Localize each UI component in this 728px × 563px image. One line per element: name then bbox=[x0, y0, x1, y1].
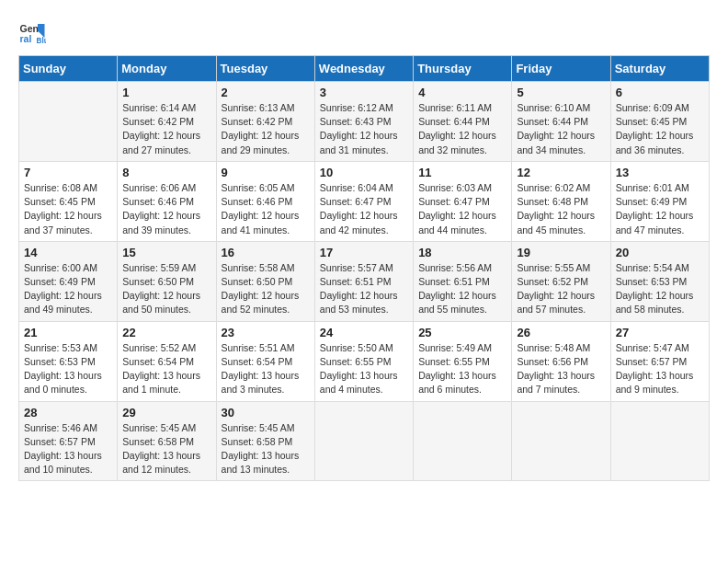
day-cell: 11Sunrise: 6:03 AMSunset: 6:47 PMDayligh… bbox=[414, 161, 512, 241]
day-number: 4 bbox=[418, 86, 506, 99]
day-cell: 6Sunrise: 6:09 AMSunset: 6:45 PMDaylight… bbox=[610, 82, 709, 162]
page-header: Gene ral Blue bbox=[18, 18, 710, 46]
day-info: Sunrise: 5:54 AMSunset: 6:53 PMDaylight:… bbox=[616, 261, 704, 317]
day-cell: 28Sunrise: 5:46 AMSunset: 6:57 PMDayligh… bbox=[19, 401, 118, 481]
day-info: Sunrise: 6:12 AMSunset: 6:43 PMDaylight:… bbox=[320, 101, 408, 157]
day-number: 28 bbox=[24, 406, 112, 419]
day-cell: 27Sunrise: 5:47 AMSunset: 6:57 PMDayligh… bbox=[610, 321, 709, 401]
header-day-friday: Friday bbox=[512, 56, 610, 82]
header-day-monday: Monday bbox=[118, 56, 216, 82]
day-number: 20 bbox=[616, 246, 704, 259]
day-number: 27 bbox=[616, 326, 704, 339]
day-cell: 10Sunrise: 6:04 AMSunset: 6:47 PMDayligh… bbox=[314, 161, 413, 241]
calendar-table: SundayMondayTuesdayWednesdayThursdayFrid… bbox=[18, 55, 710, 481]
week-row-3: 14Sunrise: 6:00 AMSunset: 6:49 PMDayligh… bbox=[19, 241, 710, 321]
day-cell: 5Sunrise: 6:10 AMSunset: 6:44 PMDaylight… bbox=[512, 82, 610, 162]
day-info: Sunrise: 6:01 AMSunset: 6:49 PMDaylight:… bbox=[616, 181, 704, 237]
day-cell: 1Sunrise: 6:14 AMSunset: 6:42 PMDaylight… bbox=[118, 82, 216, 162]
day-cell: 7Sunrise: 6:08 AMSunset: 6:45 PMDaylight… bbox=[19, 161, 118, 241]
day-cell: 21Sunrise: 5:53 AMSunset: 6:53 PMDayligh… bbox=[19, 321, 118, 401]
day-info: Sunrise: 6:11 AMSunset: 6:44 PMDaylight:… bbox=[418, 101, 506, 157]
header-day-sunday: Sunday bbox=[19, 56, 118, 82]
day-cell: 24Sunrise: 5:50 AMSunset: 6:55 PMDayligh… bbox=[314, 321, 413, 401]
day-info: Sunrise: 6:08 AMSunset: 6:45 PMDaylight:… bbox=[24, 181, 112, 237]
day-number: 9 bbox=[222, 166, 310, 179]
day-cell: 23Sunrise: 5:51 AMSunset: 6:54 PMDayligh… bbox=[216, 321, 314, 401]
day-info: Sunrise: 6:03 AMSunset: 6:47 PMDaylight:… bbox=[418, 181, 506, 237]
day-info: Sunrise: 5:49 AMSunset: 6:55 PMDaylight:… bbox=[418, 341, 506, 397]
header-day-wednesday: Wednesday bbox=[314, 56, 413, 82]
day-number: 30 bbox=[222, 406, 310, 419]
day-cell bbox=[610, 401, 709, 481]
logo-icon: Gene ral Blue bbox=[18, 18, 46, 46]
day-cell: 16Sunrise: 5:58 AMSunset: 6:50 PMDayligh… bbox=[216, 241, 314, 321]
day-number: 23 bbox=[222, 326, 310, 339]
day-cell: 12Sunrise: 6:02 AMSunset: 6:48 PMDayligh… bbox=[512, 161, 610, 241]
header-day-tuesday: Tuesday bbox=[216, 56, 314, 82]
day-cell: 22Sunrise: 5:52 AMSunset: 6:54 PMDayligh… bbox=[118, 321, 216, 401]
day-info: Sunrise: 5:48 AMSunset: 6:56 PMDaylight:… bbox=[517, 341, 605, 397]
day-number: 13 bbox=[616, 166, 704, 179]
day-cell: 30Sunrise: 5:45 AMSunset: 6:58 PMDayligh… bbox=[216, 401, 314, 481]
day-info: Sunrise: 5:45 AMSunset: 6:58 PMDaylight:… bbox=[222, 421, 310, 477]
day-number: 11 bbox=[418, 166, 506, 179]
day-info: Sunrise: 5:47 AMSunset: 6:57 PMDaylight:… bbox=[616, 341, 704, 397]
svg-text:Blue: Blue bbox=[37, 37, 47, 45]
day-info: Sunrise: 6:10 AMSunset: 6:44 PMDaylight:… bbox=[517, 101, 605, 157]
day-number: 21 bbox=[24, 326, 112, 339]
day-number: 8 bbox=[122, 166, 210, 179]
day-cell: 9Sunrise: 6:05 AMSunset: 6:46 PMDaylight… bbox=[216, 161, 314, 241]
day-number: 1 bbox=[122, 86, 210, 99]
day-number: 22 bbox=[122, 326, 210, 339]
day-info: Sunrise: 5:58 AMSunset: 6:50 PMDaylight:… bbox=[222, 261, 310, 317]
day-info: Sunrise: 5:46 AMSunset: 6:57 PMDaylight:… bbox=[24, 421, 112, 477]
day-cell: 20Sunrise: 5:54 AMSunset: 6:53 PMDayligh… bbox=[610, 241, 709, 321]
day-number: 29 bbox=[122, 406, 210, 419]
calendar-header: SundayMondayTuesdayWednesdayThursdayFrid… bbox=[19, 56, 710, 82]
day-cell: 18Sunrise: 5:56 AMSunset: 6:51 PMDayligh… bbox=[414, 241, 512, 321]
svg-text:ral: ral bbox=[20, 33, 32, 44]
day-number: 19 bbox=[517, 246, 605, 259]
day-cell: 4Sunrise: 6:11 AMSunset: 6:44 PMDaylight… bbox=[414, 82, 512, 162]
day-info: Sunrise: 6:13 AMSunset: 6:42 PMDaylight:… bbox=[222, 101, 310, 157]
day-info: Sunrise: 6:02 AMSunset: 6:48 PMDaylight:… bbox=[517, 181, 605, 237]
day-cell: 17Sunrise: 5:57 AMSunset: 6:51 PMDayligh… bbox=[314, 241, 413, 321]
day-number: 14 bbox=[24, 246, 112, 259]
calendar-body: 1Sunrise: 6:14 AMSunset: 6:42 PMDaylight… bbox=[19, 82, 710, 481]
header-day-thursday: Thursday bbox=[414, 56, 512, 82]
day-cell: 19Sunrise: 5:55 AMSunset: 6:52 PMDayligh… bbox=[512, 241, 610, 321]
day-cell: 3Sunrise: 6:12 AMSunset: 6:43 PMDaylight… bbox=[314, 82, 413, 162]
day-cell: 8Sunrise: 6:06 AMSunset: 6:46 PMDaylight… bbox=[118, 161, 216, 241]
day-number: 15 bbox=[122, 246, 210, 259]
day-cell: 25Sunrise: 5:49 AMSunset: 6:55 PMDayligh… bbox=[414, 321, 512, 401]
day-info: Sunrise: 5:57 AMSunset: 6:51 PMDaylight:… bbox=[320, 261, 408, 317]
day-number: 10 bbox=[320, 166, 408, 179]
day-info: Sunrise: 5:59 AMSunset: 6:50 PMDaylight:… bbox=[122, 261, 210, 317]
day-cell: 2Sunrise: 6:13 AMSunset: 6:42 PMDaylight… bbox=[216, 82, 314, 162]
day-cell: 26Sunrise: 5:48 AMSunset: 6:56 PMDayligh… bbox=[512, 321, 610, 401]
day-number: 16 bbox=[222, 246, 310, 259]
day-info: Sunrise: 5:55 AMSunset: 6:52 PMDaylight:… bbox=[517, 261, 605, 317]
day-number: 24 bbox=[320, 326, 408, 339]
day-cell bbox=[512, 401, 610, 481]
day-cell bbox=[19, 82, 118, 162]
header-row: SundayMondayTuesdayWednesdayThursdayFrid… bbox=[19, 56, 710, 82]
day-info: Sunrise: 5:52 AMSunset: 6:54 PMDaylight:… bbox=[122, 341, 210, 397]
logo: Gene ral Blue bbox=[18, 18, 50, 46]
day-number: 6 bbox=[616, 86, 704, 99]
day-cell bbox=[314, 401, 413, 481]
header-day-saturday: Saturday bbox=[610, 56, 709, 82]
day-info: Sunrise: 6:06 AMSunset: 6:46 PMDaylight:… bbox=[122, 181, 210, 237]
day-info: Sunrise: 6:05 AMSunset: 6:46 PMDaylight:… bbox=[222, 181, 310, 237]
day-number: 18 bbox=[418, 246, 506, 259]
day-number: 7 bbox=[24, 166, 112, 179]
day-info: Sunrise: 5:51 AMSunset: 6:54 PMDaylight:… bbox=[222, 341, 310, 397]
day-info: Sunrise: 5:53 AMSunset: 6:53 PMDaylight:… bbox=[24, 341, 112, 397]
svg-marker-2 bbox=[38, 24, 45, 38]
day-number: 25 bbox=[418, 326, 506, 339]
day-info: Sunrise: 6:14 AMSunset: 6:42 PMDaylight:… bbox=[122, 101, 210, 157]
day-cell: 15Sunrise: 5:59 AMSunset: 6:50 PMDayligh… bbox=[118, 241, 216, 321]
day-number: 2 bbox=[222, 86, 310, 99]
day-info: Sunrise: 5:45 AMSunset: 6:58 PMDaylight:… bbox=[122, 421, 210, 477]
day-info: Sunrise: 6:09 AMSunset: 6:45 PMDaylight:… bbox=[616, 101, 704, 157]
